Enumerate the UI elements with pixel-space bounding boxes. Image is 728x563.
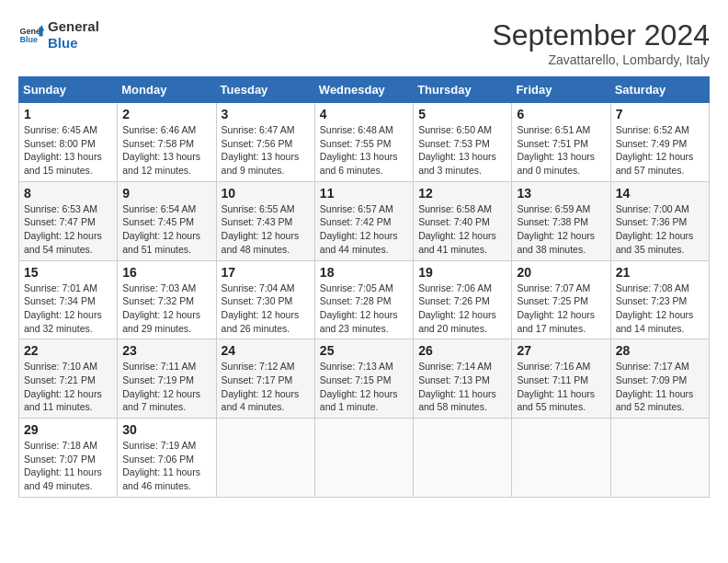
calendar-cell: 9 Sunrise: 6:54 AMSunset: 7:45 PMDayligh… xyxy=(118,181,216,260)
calendar-cell: 12 Sunrise: 6:58 AMSunset: 7:40 PMDaylig… xyxy=(414,181,512,260)
day-number: 9 xyxy=(122,186,210,201)
calendar-cell: 16 Sunrise: 7:03 AMSunset: 7:32 PMDaylig… xyxy=(118,260,216,339)
day-number: 11 xyxy=(320,186,408,201)
day-number: 19 xyxy=(418,265,506,280)
calendar-cell: 14 Sunrise: 7:00 AMSunset: 7:36 PMDaylig… xyxy=(610,181,709,260)
day-info: Sunrise: 7:03 AMSunset: 7:32 PMDaylight:… xyxy=(122,282,210,336)
day-number: 7 xyxy=(616,107,704,121)
calendar-week-3: 15 Sunrise: 7:01 AMSunset: 7:34 PMDaylig… xyxy=(19,260,710,339)
day-number: 26 xyxy=(418,343,506,358)
day-info: Sunrise: 7:01 AMSunset: 7:34 PMDaylight:… xyxy=(24,282,112,336)
calendar-cell: 24 Sunrise: 7:12 AMSunset: 7:17 PMDaylig… xyxy=(216,339,314,419)
weekday-header-friday: Friday xyxy=(512,77,610,103)
day-number: 10 xyxy=(222,186,310,201)
title-area: September 2024 Zavattarello, Lombardy, I… xyxy=(492,18,710,67)
day-info: Sunrise: 7:16 AMSunset: 7:11 PMDaylight:… xyxy=(517,360,605,414)
day-info: Sunrise: 6:45 AMSunset: 8:00 PMDaylight:… xyxy=(24,123,112,178)
day-info: Sunrise: 6:46 AMSunset: 7:58 PMDaylight:… xyxy=(122,123,210,178)
day-info: Sunrise: 6:48 AMSunset: 7:55 PMDaylight:… xyxy=(320,123,408,178)
calendar-cell: 23 Sunrise: 7:11 AMSunset: 7:19 PMDaylig… xyxy=(118,339,216,419)
calendar-cell: 6 Sunrise: 6:51 AMSunset: 7:51 PMDayligh… xyxy=(512,103,610,182)
day-number: 22 xyxy=(24,343,112,358)
weekday-header-saturday: Saturday xyxy=(610,77,709,103)
day-info: Sunrise: 6:58 AMSunset: 7:40 PMDaylight:… xyxy=(418,202,506,257)
calendar-cell: 18 Sunrise: 7:05 AMSunset: 7:28 PMDaylig… xyxy=(314,260,413,339)
header: General Blue General Blue September 2024… xyxy=(18,18,710,67)
calendar-cell: 19 Sunrise: 7:06 AMSunset: 7:26 PMDaylig… xyxy=(414,260,512,339)
logo-general: General xyxy=(48,18,99,35)
calendar-cell: 28 Sunrise: 7:17 AMSunset: 7:09 PMDaylig… xyxy=(610,339,709,419)
day-info: Sunrise: 6:52 AMSunset: 7:49 PMDaylight:… xyxy=(616,123,704,178)
calendar-cell xyxy=(414,419,512,498)
calendar-week-2: 8 Sunrise: 6:53 AMSunset: 7:47 PMDayligh… xyxy=(19,181,710,260)
day-info: Sunrise: 6:59 AMSunset: 7:38 PMDaylight:… xyxy=(517,202,605,257)
day-number: 15 xyxy=(24,265,112,280)
day-info: Sunrise: 7:17 AMSunset: 7:09 PMDaylight:… xyxy=(616,360,704,414)
day-info: Sunrise: 7:13 AMSunset: 7:15 PMDaylight:… xyxy=(320,360,408,414)
day-number: 17 xyxy=(222,265,310,280)
calendar-cell xyxy=(314,419,413,498)
logo-icon: General Blue xyxy=(18,22,44,48)
day-number: 30 xyxy=(122,422,210,437)
day-number: 3 xyxy=(222,107,310,121)
day-number: 21 xyxy=(616,265,704,280)
weekday-header-sunday: Sunday xyxy=(19,77,118,103)
day-number: 28 xyxy=(616,343,704,358)
calendar-cell: 2 Sunrise: 6:46 AMSunset: 7:58 PMDayligh… xyxy=(118,103,216,182)
calendar-cell: 21 Sunrise: 7:08 AMSunset: 7:23 PMDaylig… xyxy=(610,260,709,339)
day-number: 18 xyxy=(320,265,408,280)
calendar-cell: 4 Sunrise: 6:48 AMSunset: 7:55 PMDayligh… xyxy=(314,103,413,182)
day-info: Sunrise: 7:18 AMSunset: 7:07 PMDaylight:… xyxy=(24,439,112,493)
calendar-cell: 7 Sunrise: 6:52 AMSunset: 7:49 PMDayligh… xyxy=(610,103,709,182)
day-info: Sunrise: 7:05 AMSunset: 7:28 PMDaylight:… xyxy=(320,282,408,336)
calendar-week-1: 1 Sunrise: 6:45 AMSunset: 8:00 PMDayligh… xyxy=(19,103,710,182)
calendar-week-5: 29 Sunrise: 7:18 AMSunset: 7:07 PMDaylig… xyxy=(19,419,710,498)
day-info: Sunrise: 7:12 AMSunset: 7:17 PMDaylight:… xyxy=(222,360,310,414)
day-info: Sunrise: 7:04 AMSunset: 7:30 PMDaylight:… xyxy=(222,282,310,336)
day-number: 29 xyxy=(24,422,112,437)
calendar-cell: 26 Sunrise: 7:14 AMSunset: 7:13 PMDaylig… xyxy=(414,339,512,419)
day-number: 14 xyxy=(616,186,704,201)
day-info: Sunrise: 7:08 AMSunset: 7:23 PMDaylight:… xyxy=(616,282,704,336)
logo: General Blue General Blue xyxy=(18,18,99,52)
day-info: Sunrise: 7:11 AMSunset: 7:19 PMDaylight:… xyxy=(122,360,210,414)
calendar-cell: 29 Sunrise: 7:18 AMSunset: 7:07 PMDaylig… xyxy=(19,419,118,498)
day-info: Sunrise: 6:50 AMSunset: 7:53 PMDaylight:… xyxy=(418,123,506,178)
weekday-header-thursday: Thursday xyxy=(414,77,512,103)
calendar-cell: 20 Sunrise: 7:07 AMSunset: 7:25 PMDaylig… xyxy=(512,260,610,339)
day-number: 13 xyxy=(517,186,605,201)
calendar-cell xyxy=(216,419,314,498)
calendar-cell: 3 Sunrise: 6:47 AMSunset: 7:56 PMDayligh… xyxy=(216,103,314,182)
day-info: Sunrise: 6:54 AMSunset: 7:45 PMDaylight:… xyxy=(122,202,210,257)
location-subtitle: Zavattarello, Lombardy, Italy xyxy=(492,52,710,67)
day-number: 20 xyxy=(517,265,605,280)
calendar-cell: 8 Sunrise: 6:53 AMSunset: 7:47 PMDayligh… xyxy=(19,181,118,260)
day-number: 8 xyxy=(24,186,112,201)
weekday-header-tuesday: Tuesday xyxy=(216,77,314,103)
logo-blue: Blue xyxy=(48,35,99,52)
calendar-cell xyxy=(512,419,610,498)
weekday-header-monday: Monday xyxy=(118,77,216,103)
day-info: Sunrise: 6:57 AMSunset: 7:42 PMDaylight:… xyxy=(320,202,408,257)
month-title: September 2024 xyxy=(492,18,710,52)
day-info: Sunrise: 7:00 AMSunset: 7:36 PMDaylight:… xyxy=(616,202,704,257)
weekday-header-row: SundayMondayTuesdayWednesdayThursdayFrid… xyxy=(19,77,710,103)
day-number: 5 xyxy=(418,107,506,121)
day-number: 25 xyxy=(320,343,408,358)
day-number: 16 xyxy=(122,265,210,280)
day-number: 1 xyxy=(24,107,112,121)
svg-text:Blue: Blue xyxy=(19,35,38,44)
calendar-cell: 27 Sunrise: 7:16 AMSunset: 7:11 PMDaylig… xyxy=(512,339,610,419)
calendar-cell xyxy=(610,419,709,498)
day-number: 6 xyxy=(517,107,605,121)
calendar-cell: 25 Sunrise: 7:13 AMSunset: 7:15 PMDaylig… xyxy=(314,339,413,419)
day-info: Sunrise: 7:10 AMSunset: 7:21 PMDaylight:… xyxy=(24,360,112,414)
calendar-week-4: 22 Sunrise: 7:10 AMSunset: 7:21 PMDaylig… xyxy=(19,339,710,419)
calendar-cell: 11 Sunrise: 6:57 AMSunset: 7:42 PMDaylig… xyxy=(314,181,413,260)
calendar-cell: 22 Sunrise: 7:10 AMSunset: 7:21 PMDaylig… xyxy=(19,339,118,419)
day-number: 4 xyxy=(320,107,408,121)
day-info: Sunrise: 6:51 AMSunset: 7:51 PMDaylight:… xyxy=(517,123,605,178)
day-number: 2 xyxy=(122,107,210,121)
calendar-table: SundayMondayTuesdayWednesdayThursdayFrid… xyxy=(18,76,710,498)
calendar-cell: 13 Sunrise: 6:59 AMSunset: 7:38 PMDaylig… xyxy=(512,181,610,260)
